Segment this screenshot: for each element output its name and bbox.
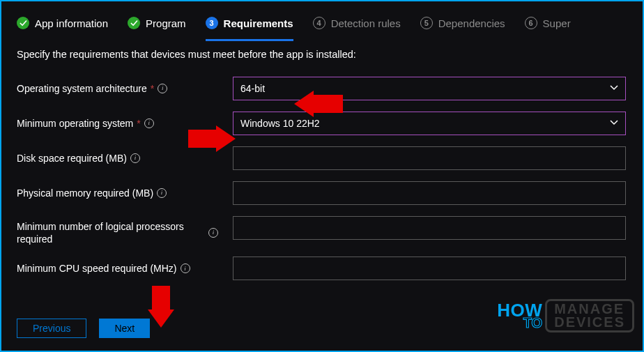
row-cpu-speed: Minimum CPU speed required (MHz) i: [17, 257, 643, 280]
label-cpu-speed: Minimum CPU speed required (MHz) i: [17, 262, 233, 275]
info-icon[interactable]: i: [130, 153, 140, 163]
step-number-icon: 6: [525, 17, 537, 29]
info-icon[interactable]: i: [181, 263, 190, 273]
select-value: Windows 10 22H2: [240, 118, 320, 129]
label-disk-space: Disk space required (MB) i: [17, 152, 233, 164]
step-label: Dependencies: [438, 17, 505, 29]
info-icon[interactable]: i: [157, 188, 167, 198]
intro-text: Specify the requirements that devices mu…: [17, 49, 643, 60]
step-number-icon: 5: [420, 17, 433, 29]
chevron-down-icon: [610, 83, 618, 94]
step-program[interactable]: Program: [128, 17, 186, 29]
row-physical-memory: Physical memory required (MB) i: [17, 181, 643, 205]
previous-button[interactable]: Previous: [17, 319, 86, 338]
wizard-step-nav: App information Program 3 Requirements 4…: [17, 17, 643, 29]
svg-marker-0: [294, 91, 343, 117]
input-disk-space[interactable]: [233, 146, 626, 170]
step-requirements[interactable]: 3 Requirements: [206, 17, 293, 41]
watermark-logo: HOW TO MANAGE DEVICES: [497, 299, 634, 332]
label-os-architecture: Operating system architecture * i: [17, 82, 233, 95]
input-logical-processors[interactable]: [233, 216, 626, 240]
required-marker: *: [137, 117, 140, 130]
input-cpu-speed[interactable]: [233, 257, 626, 280]
step-dependencies[interactable]: 5 Dependencies: [420, 17, 505, 29]
chevron-down-icon: [610, 118, 618, 129]
label-physical-memory: Physical memory required (MB) i: [17, 187, 233, 199]
watermark-box: MANAGE DEVICES: [545, 299, 634, 332]
step-supersedence[interactable]: 6 Super: [525, 17, 571, 29]
row-disk-space: Disk space required (MB) i: [17, 146, 643, 170]
select-value: 64-bit: [240, 83, 265, 94]
next-button[interactable]: Next: [99, 319, 150, 338]
row-logical-processors: Minimum number of logical processors req…: [17, 216, 643, 245]
required-marker: *: [151, 82, 154, 95]
check-icon: [17, 17, 29, 29]
svg-marker-1: [188, 125, 236, 152]
info-icon[interactable]: i: [144, 118, 154, 128]
check-icon: [128, 17, 140, 29]
select-minimum-os[interactable]: Windows 10 22H2: [233, 112, 626, 135]
select-os-architecture[interactable]: 64-bit: [233, 77, 626, 100]
step-label: App information: [35, 17, 108, 29]
annotation-arrow-icon: [188, 125, 236, 152]
step-label: Detection rules: [331, 17, 401, 29]
step-number-icon: 4: [313, 17, 325, 29]
step-detection-rules[interactable]: 4 Detection rules: [313, 17, 401, 29]
step-label: Program: [146, 17, 186, 29]
annotation-arrow-icon: [148, 286, 174, 328]
input-physical-memory[interactable]: [233, 181, 626, 205]
step-number-icon: 3: [206, 17, 218, 29]
info-icon[interactable]: i: [158, 84, 167, 93]
step-label: Super: [543, 17, 571, 29]
wizard-footer: Previous Next: [17, 319, 150, 338]
step-app-information[interactable]: App information: [17, 17, 108, 29]
info-icon[interactable]: i: [208, 228, 218, 238]
svg-marker-2: [148, 286, 174, 328]
annotation-arrow-icon: [294, 91, 343, 117]
step-label: Requirements: [224, 17, 293, 29]
label-logical-processors: Minimum number of logical processors req…: [17, 216, 233, 245]
